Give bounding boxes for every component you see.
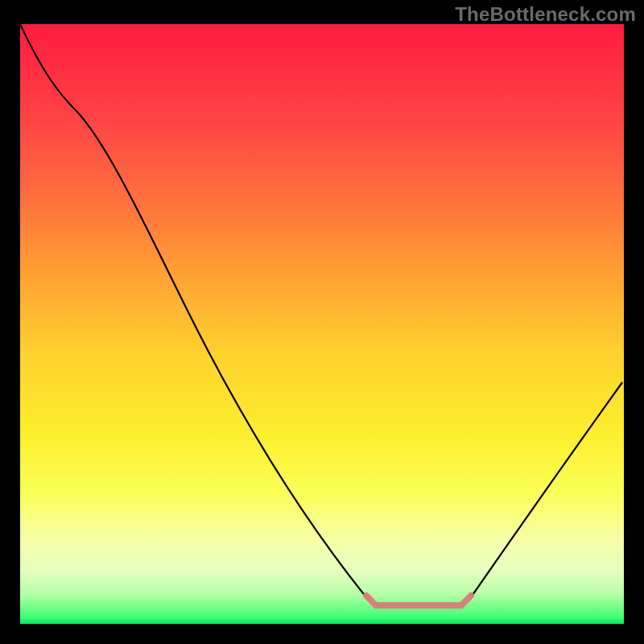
chart-frame: TheBottleneck.com bbox=[0, 0, 644, 644]
curve-path bbox=[20, 24, 622, 604]
valley-right-tick bbox=[461, 596, 471, 605]
plot-area bbox=[20, 24, 624, 624]
watermark-text: TheBottleneck.com bbox=[455, 3, 636, 26]
bottleneck-curve bbox=[20, 24, 624, 624]
